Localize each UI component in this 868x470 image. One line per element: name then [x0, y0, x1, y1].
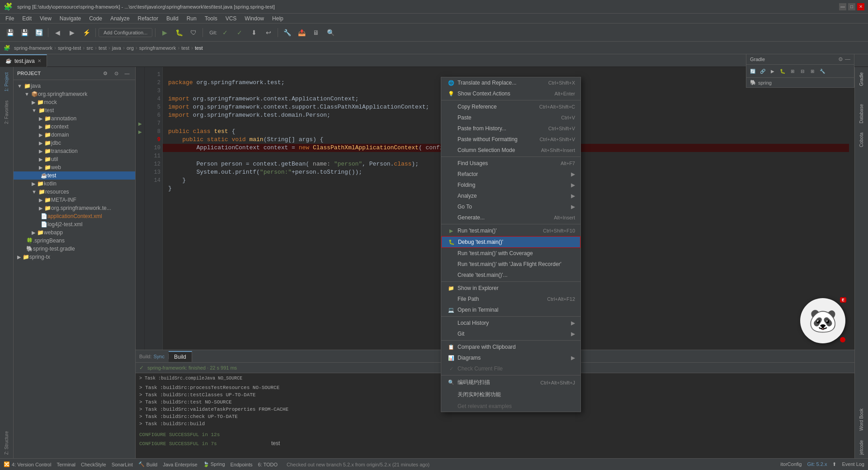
- tree-item-kotlin[interactable]: ▶ 📁 kotlin: [14, 180, 135, 188]
- structure-tool-icon[interactable]: Z: Structure: [2, 427, 11, 458]
- git-check[interactable]: ✓: [219, 26, 231, 39]
- menu-analyze[interactable]: Analyze: [107, 14, 133, 23]
- tree-item-mock[interactable]: ▶ 📁 mock: [14, 98, 135, 106]
- tab-build[interactable]: Build: [169, 351, 192, 362]
- tree-item-meta-inf[interactable]: ▶ 📁 META-INF: [14, 196, 135, 204]
- ctx-get-examples[interactable]: Get relevant examples: [441, 401, 580, 412]
- breadcrumb-spring-test[interactable]: spring-test: [58, 45, 81, 51]
- toolbar-find[interactable]: 🔍: [324, 26, 337, 39]
- tree-item-log4j2[interactable]: 📄 log4j2-test.xml: [14, 220, 135, 228]
- toolbar-run[interactable]: ▶: [158, 26, 171, 39]
- window-controls[interactable]: — □ ✕: [839, 3, 864, 10]
- editor-config-status[interactable]: itorConfig: [780, 461, 802, 467]
- tree-item-transaction[interactable]: ▶ 📁 transaction: [14, 147, 135, 155]
- breadcrumb-test2[interactable]: test: [181, 45, 189, 51]
- tree-item-springbeans[interactable]: 🍀 .springBeans: [14, 237, 135, 245]
- tab-close-button[interactable]: ✕: [38, 58, 41, 63]
- gradle-wrench[interactable]: 🔧: [818, 66, 827, 76]
- tree-item-test-java[interactable]: ☕ test: [14, 171, 135, 180]
- menu-help[interactable]: Help: [269, 14, 287, 23]
- sidebar-collapse[interactable]: —: [123, 69, 132, 78]
- ctx-copy-reference[interactable]: Copy Reference Ctrl+Alt+Shift+C: [441, 101, 580, 112]
- menu-vcs[interactable]: VCS: [222, 14, 241, 23]
- add-configuration-button[interactable]: Add Configuration...: [99, 28, 152, 37]
- favorites-tool-icon[interactable]: 2: Favorites: [2, 97, 11, 128]
- gradle-debug[interactable]: 🐛: [778, 66, 787, 76]
- jetcode-tab[interactable]: jetcode: [857, 437, 866, 458]
- ctx-create[interactable]: Create 'test.main()'...: [441, 270, 580, 280]
- toolbar-undo[interactable]: ↩: [262, 26, 275, 39]
- menu-refactor[interactable]: Refactor: [134, 14, 162, 23]
- menu-code[interactable]: Code: [85, 14, 106, 23]
- ctx-file-path[interactable]: File Path Ctrl+Alt+F12: [441, 294, 580, 304]
- ctx-goto[interactable]: Go To ▶: [441, 201, 580, 212]
- version-control-status[interactable]: 🔀 4: Version Control: [4, 461, 51, 467]
- gradle-expand[interactable]: ⊞: [808, 66, 817, 76]
- terminal-status[interactable]: Terminal: [57, 462, 75, 467]
- ctx-debug[interactable]: 🐛 Debug 'test.main()': [441, 236, 580, 248]
- gradle-collapse[interactable]: ⊟: [798, 66, 807, 76]
- tree-item-webapp[interactable]: ▶ 📁 webapp: [14, 228, 135, 237]
- toolbar-screen[interactable]: 🖥: [310, 26, 322, 39]
- breadcrumb-springframework[interactable]: springframework: [139, 45, 176, 51]
- ctx-check-current-file[interactable]: ✓ Check Current File: [441, 363, 580, 374]
- tree-item-test[interactable]: ▼ 📁 test: [14, 106, 135, 114]
- sync-button[interactable]: Sync: [154, 354, 165, 359]
- endpoints-status[interactable]: Endpoints: [231, 462, 253, 467]
- breadcrumb-src[interactable]: src: [86, 45, 93, 51]
- ctx-column-selection[interactable]: Column Selection Mode Alt+Shift+Insert: [441, 145, 580, 156]
- menu-file[interactable]: File: [2, 14, 18, 23]
- ctx-open-terminal[interactable]: 💻 Open in Terminal: [441, 304, 580, 315]
- upload-status[interactable]: ⬆: [832, 461, 836, 467]
- tree-item-org-springframework-te[interactable]: ▶ 📁 org.springframework.te...: [14, 204, 135, 212]
- event-log-status[interactable]: Event Log: [842, 461, 864, 467]
- toolbar-coverage[interactable]: 🛡: [187, 26, 200, 39]
- todo-status[interactable]: 6: TODO: [258, 462, 278, 467]
- menu-tools[interactable]: Tools: [201, 14, 221, 23]
- tree-item-spring-tx[interactable]: ▶ 📁 spring-tx: [14, 253, 135, 261]
- ctx-find-usages[interactable]: Find Usages Alt+F7: [441, 158, 580, 169]
- ctx-paste[interactable]: Paste Ctrl+V: [441, 112, 580, 123]
- gradle-refresh[interactable]: 🔄: [748, 66, 757, 76]
- git-push[interactable]: ✓: [233, 26, 246, 39]
- breadcrumb-java[interactable]: java: [112, 45, 121, 51]
- tree-item-applicationContext[interactable]: 📄 applicationContext.xml: [14, 212, 135, 220]
- cobota-tab[interactable]: Cobota: [857, 129, 866, 151]
- toolbar-sync[interactable]: 🔄: [33, 26, 45, 39]
- tree-item-web[interactable]: ▶ 📁 web: [14, 163, 135, 171]
- breadcrumb-test-file[interactable]: test: [195, 45, 203, 51]
- gradle-project-item[interactable]: 🐘 spring: [746, 78, 854, 87]
- gradle-filter[interactable]: ⊞: [788, 66, 797, 76]
- gradle-run[interactable]: ▶: [768, 66, 777, 76]
- tree-item-domain[interactable]: ▶ 📁 domain: [14, 131, 135, 139]
- menu-edit[interactable]: Edit: [19, 14, 35, 23]
- ctx-folding[interactable]: Folding ▶: [441, 180, 580, 190]
- maximize-button[interactable]: □: [848, 3, 855, 10]
- checkstyle-status[interactable]: CheckStyle: [81, 462, 106, 467]
- close-button[interactable]: ✕: [857, 3, 864, 10]
- gradle-link[interactable]: 🔗: [758, 66, 767, 76]
- tree-item-resources[interactable]: ▼ 📁 resources: [14, 188, 135, 196]
- menu-build[interactable]: Build: [163, 14, 182, 23]
- menu-view[interactable]: View: [36, 14, 55, 23]
- menu-run[interactable]: Run: [183, 14, 200, 23]
- ctx-close-realtime[interactable]: 关闭实时检测功能: [441, 389, 580, 401]
- menu-navigate[interactable]: Navigate: [56, 14, 85, 23]
- tree-item-annotation[interactable]: ▶ 📁 annotation: [14, 114, 135, 123]
- ctx-run[interactable]: ▶ Run 'test.main()' Ctrl+Shift+F10: [441, 225, 580, 236]
- tree-item-util[interactable]: ▶ 📁 util: [14, 155, 135, 163]
- toolbar-debug[interactable]: 🐛: [173, 26, 185, 39]
- toolbar-save[interactable]: 💾: [4, 26, 16, 39]
- breadcrumb-test[interactable]: test: [99, 45, 107, 51]
- database-tab[interactable]: Database: [857, 100, 866, 127]
- build-status[interactable]: 🔨 Build: [138, 461, 157, 467]
- breadcrumb-spring-framework[interactable]: spring-framework: [14, 45, 52, 51]
- tree-item-spring-test-gradle[interactable]: 🐘 spring-test.gradle: [14, 245, 135, 253]
- word-book-tab[interactable]: Word Book: [857, 405, 866, 434]
- gradle-tab[interactable]: Gradle: [857, 69, 866, 90]
- menu-window[interactable]: Window: [241, 14, 268, 23]
- project-tool-icon[interactable]: 1: Project: [2, 69, 11, 95]
- ctx-paste-from-history[interactable]: Paste from History... Ctrl+Shift+V: [441, 123, 580, 134]
- tree-item-context[interactable]: ▶ 📁 context: [14, 123, 135, 131]
- tree-item-org-springframework[interactable]: ▼ 📦 org.springframework: [14, 90, 135, 98]
